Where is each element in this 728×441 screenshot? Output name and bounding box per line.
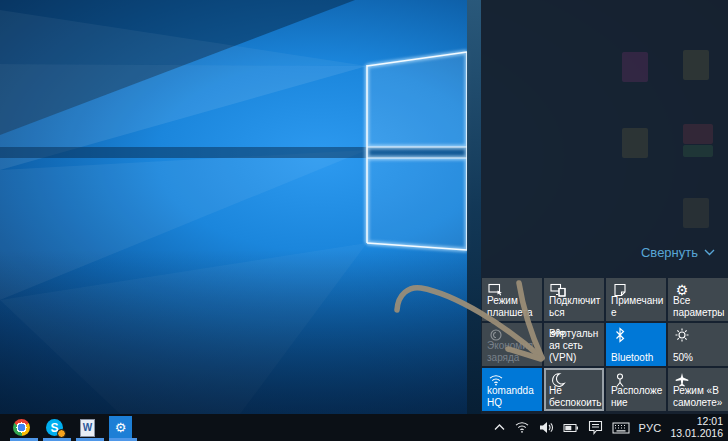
bluetooth-icon: [612, 327, 628, 343]
tile-wifi-network[interactable]: komandda HQ: [482, 368, 542, 411]
ghost-desktop-icon: [622, 52, 648, 82]
touch-keyboard-icon[interactable]: [612, 422, 630, 434]
tile-airplane-mode[interactable]: Режим «В самолете»: [668, 368, 728, 411]
tile-label: Расположение: [611, 385, 664, 409]
collapse-button[interactable]: Свернуть: [641, 245, 715, 260]
skype-notification-badge: [57, 429, 66, 438]
action-center-panel: Свернуть Режим планшета Подключиться: [481, 0, 728, 414]
ghost-desktop-icon: [683, 198, 709, 228]
collapse-label: Свернуть: [641, 245, 698, 260]
hidden-icons-chevron-icon[interactable]: [494, 424, 505, 431]
tile-vpn[interactable]: Виртуальная сеть (VPN): [544, 323, 604, 366]
ghost-desktop-icon: [683, 50, 709, 80]
tile-battery-saver[interactable]: Экономия заряда: [482, 323, 542, 366]
taskbar-app-buttons: S W ⚙: [10, 416, 132, 439]
word-taskbar-button[interactable]: W: [76, 416, 99, 439]
tile-label: 50%: [673, 352, 726, 364]
wifi-tray-icon[interactable]: [514, 421, 530, 435]
word-icon: W: [80, 419, 95, 437]
tile-label: Все параметры: [673, 295, 726, 319]
tile-bluetooth[interactable]: Bluetooth: [606, 323, 666, 366]
tile-label: Не беспокоить: [549, 385, 602, 409]
tile-brightness[interactable]: 50%: [668, 323, 728, 366]
volume-icon[interactable]: [539, 421, 554, 434]
chrome-taskbar-button[interactable]: [10, 416, 33, 439]
tile-all-settings[interactable]: ⚙ Все параметры: [668, 278, 728, 321]
tile-label: Экономия заряда: [487, 340, 540, 364]
clock-time: 12:01: [697, 415, 723, 427]
settings-gear-icon: ⚙: [109, 416, 132, 439]
tile-location[interactable]: Расположение: [606, 368, 666, 411]
language-indicator[interactable]: РУС: [639, 422, 662, 434]
tile-label: Режим планшета: [487, 295, 540, 319]
clock-date: 13.01.2016: [670, 427, 723, 439]
tile-label: Режим «В самолете»: [673, 385, 726, 409]
ghost-desktop-icon: [622, 128, 648, 158]
tile-quiet-hours[interactable]: Не беспокоить: [544, 368, 604, 411]
chevron-down-icon: [704, 249, 715, 256]
ghost-desktop-icon: [683, 124, 713, 144]
taskbar-clock[interactable]: 12:01 13.01.2016: [670, 416, 723, 439]
taskbar: S W ⚙: [0, 414, 728, 441]
tile-label: Виртуальная сеть (VPN): [549, 328, 602, 364]
skype-icon: S: [46, 419, 63, 436]
tile-connect[interactable]: Подключиться: [544, 278, 604, 321]
quick-actions-grid: Режим планшета Подключиться Примечание ⚙…: [482, 278, 728, 411]
windows-desktop: Свернуть Режим планшета Подключиться: [0, 0, 728, 441]
tile-label: Bluetooth: [611, 352, 664, 364]
ghost-desktop-icon: [683, 145, 713, 157]
action-center-icon[interactable]: [588, 420, 603, 435]
tile-tablet-mode[interactable]: Режим планшета: [482, 278, 542, 321]
tile-label: komandda HQ: [487, 385, 540, 409]
chrome-icon: [13, 419, 30, 436]
tile-label: Подключиться: [549, 295, 602, 319]
battery-icon[interactable]: [563, 423, 579, 433]
tile-label: Примечание: [611, 295, 664, 319]
skype-taskbar-button[interactable]: S: [43, 416, 66, 439]
brightness-icon: [674, 327, 690, 343]
tile-note[interactable]: Примечание: [606, 278, 666, 321]
settings-taskbar-button[interactable]: ⚙: [109, 416, 132, 439]
system-tray: РУС 12:01 13.01.2016: [494, 414, 724, 441]
